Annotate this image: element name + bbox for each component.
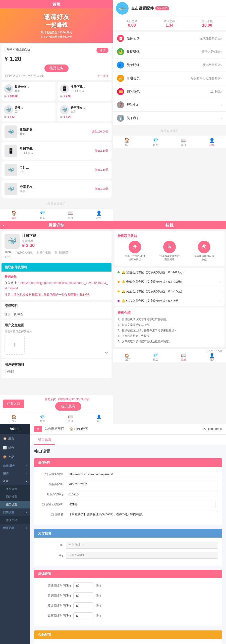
nav-home-left[interactable]: 🏠 首页 [0,210,28,220]
payment-key-input[interactable] [66,552,218,559]
bronze-read-label: 青铜阅读时间(秒) [38,594,71,598]
nav-home-right[interactable]: 🏠 首页 [113,138,141,147]
detail-thumb: 🐳 [5,234,20,249]
sms-url-input[interactable] [66,471,218,478]
vip-arrow-2: › [220,280,221,284]
payment-id-label: ID [38,543,63,547]
task-grid-item-2[interactable]: 📱 注册下载... 一起来养猫 赚 ¥ 2.30 [58,82,111,101]
arrow-icon-7: › [221,116,222,120]
menu-recruit[interactable]: 💰 收徒赚钱 邀请达5%佣金 › [113,45,226,58]
sms-appid-input[interactable] [66,481,218,488]
task-link[interactable]: http://share.nlxjgogo.com/mobile/wechat/… [5,281,108,290]
invite-banner: 邀请好友 一起赚钱 累计发放奖金 17386.38元 175 9分钟前获得奖金1… [0,8,113,43]
admin-sub-interface[interactable]: 接口设置 [0,501,30,508]
chevron-icon-1: › [26,464,27,467]
nav-home-hang[interactable]: 🏠 首页 [113,353,141,361]
admin-sub-site[interactable]: 网站设置 [0,493,30,501]
gold-read-input[interactable] [73,602,93,609]
menu-disciple[interactable]: 👥 徒弟明细 徒弟数量统计 › [113,58,226,72]
id-input[interactable] [5,369,108,375]
hang-step-3: 奖 完成阅读即可获得收益 [194,241,214,261]
admin-tab-interface[interactable]: 接口设置 [34,435,55,445]
task-list-item-4[interactable]: 🐳 分享朋友... 分享 佣金1.20元 [2,180,111,198]
menu-about[interactable]: ℹ️ 关于我们 › [113,112,226,125]
admin-nav-products[interactable]: 📦 产品 [0,453,30,462]
stat-today: 今日总额 0.00 [113,19,151,28]
nav-selected-left[interactable]: 💎 精选 [28,210,57,220]
sms-sign-input[interactable] [66,511,218,518]
nav-mine-left[interactable]: 👤 我的 [85,210,113,220]
back-icon[interactable]: ‹ [3,223,4,228]
nav-hang-right[interactable]: 📖 挂机 [170,138,198,147]
nav-mine-right[interactable]: 👤 我的 [198,138,226,147]
bronze-read-input[interactable] [73,592,93,599]
accept-task-button[interactable]: 接受任务 [44,65,69,72]
vip-icon: 👑 [117,75,124,82]
upload-area: 用户交交截图 点击可预览选好的图片 + 0/1 [2,320,111,358]
payment-id-input[interactable] [66,542,218,549]
submit-button[interactable]: 提交悬赏 [55,402,81,411]
sms-url-label: 短信服务地址 [38,472,63,476]
share-button[interactable]: 分享 [96,48,108,53]
nav-mine-hang[interactable]: 👤 我的 [198,353,226,361]
mine-icon-hang: 👤 [209,353,214,358]
vip-bronze[interactable]: 🔔 青铜会员专区（文章浏览收益：0.1-0.3元） › [115,277,224,287]
menu-wallet[interactable]: 💳 我的钱包 11.34元 › [113,85,226,98]
admin-nav-business[interactable]: 业务/服务 › [0,462,30,470]
task-reward-1: 赚 ¥ 100.00 [4,94,53,98]
nav-hang-hang[interactable]: 📖 挂机 [170,353,198,361]
right-phone-header: 🐳 点击设置配件 钻石会员 [113,0,226,17]
task-list-item-3[interactable]: 🐳 关注... 关注 佣金1.50元 [2,161,111,179]
admin-nav-update[interactable]: 程序更新 › [0,524,30,532]
nav-mine-detail[interactable]: 👤 我的 [85,414,113,423]
sms-appkey-row: 短信AppKey [38,491,218,498]
admin-nav-dashboard[interactable]: 📊 综合 [0,443,30,453]
home-icon-right: 🏠 [124,138,130,143]
nav-selected-right[interactable]: 💎 精选 [141,138,170,147]
profile-menu-list: 📋 任务记录 完成任务参奖励 › 💰 收徒赚钱 邀请达5%佣金 › 👥 徒弟明细 [113,32,226,125]
diamond-read-input[interactable] [73,612,93,619]
left-phone: 首页 邀请好友 一起赚钱 累计发放奖金 17386.38元 175 9分钟前获得… [0,0,113,221]
arrow-icon-6: › [221,103,222,107]
mine-icon-left: 👤 [96,210,102,216]
task-entry-button[interactable]: 任务入口 [3,400,24,408]
normal-read-unit: (秒) [96,584,101,588]
task-action-2: 一起来养猫 [71,89,85,93]
upload-box[interactable]: + [5,335,25,355]
admin-nav-settings[interactable]: 设置 ∧ [0,477,30,485]
admin-sub-password[interactable]: 修改密码 [0,516,30,524]
recruit-icon: 💰 [117,48,124,55]
bronze-read-row: 青铜阅读时间(秒) (秒) [38,592,218,599]
detail-platform: 绿营金融 [22,239,108,243]
sms-appkey-input[interactable] [66,491,218,498]
admin-sub-system[interactable]: 系统设置 [0,485,30,493]
nav-hang-detail[interactable]: 📖 挂机 [56,414,85,423]
arrow-icon-3: › [221,63,222,67]
vip-normal[interactable]: 🔔 普通会员专区（文章浏览收益：0.01-0.1元） › [115,268,224,277]
menu-task-record[interactable]: 📋 任务记录 完成任务参奖励 › [113,32,226,45]
task-list-item-2[interactable]: 📱 注册下载... 一起来养猫 佣金2.30元 [2,142,111,160]
task-list-item-1[interactable]: 🐳 收新老微... 其他 佣金100.00元 [2,123,111,141]
change-batch[interactable]: 换一批 ↺ [97,74,108,78]
nav-hang-left[interactable]: 📖 挂机 [56,210,85,220]
menu-vip[interactable]: 👑 开通会员 等级越高可做任务越多 › [113,72,226,85]
menu-help[interactable]: ❓ 帮助中心 › [113,98,226,112]
diamond-read-row: 钻石阅读时间(秒) (秒) [38,612,218,619]
nav-selected-hang[interactable]: 💎 精选 [141,353,170,361]
task-grid-item-4[interactable]: 🐳 分享朋友... 分享 赚 ¥ 1.20 [58,103,111,121]
admin-nav-users[interactable]: 用户 › [0,470,30,477]
sms-api-header: 短信API [34,458,222,467]
hang-intro-item-3: 3、挂机收益无上限，任务做累了可以来挂挂机~ [118,328,221,333]
task-grid-item-3[interactable]: 🐳 关注... 关注 赚 ¥ 1.50 [2,103,55,121]
task-grid-item-1[interactable]: 🐳 收砖老微... 其他 赚 ¥ 100.00 [2,82,55,101]
detail-remaining: 剩36个名额 [37,251,51,254]
normal-read-input[interactable] [73,582,93,589]
vip-gold[interactable]: 🔔 黄金会员专区（文章浏览收益：0.3-0.5元） › [115,287,224,296]
selected-icon-hang: 💎 [153,353,158,358]
sms-tpl-input[interactable] [66,501,215,508]
nav-home-detail[interactable]: 🏠 首页 [0,414,28,423]
admin-nav-home[interactable]: 🏠 主页 [0,434,30,443]
vip-diamond[interactable]: 🔔 钻石会员专区（文章浏览收益：0.5-5元） › [115,296,224,306]
nav-selected-detail[interactable]: 💎 精选 [28,414,57,423]
admin-nav-my-settings[interactable]: 我的设置 ∧ [0,508,30,516]
